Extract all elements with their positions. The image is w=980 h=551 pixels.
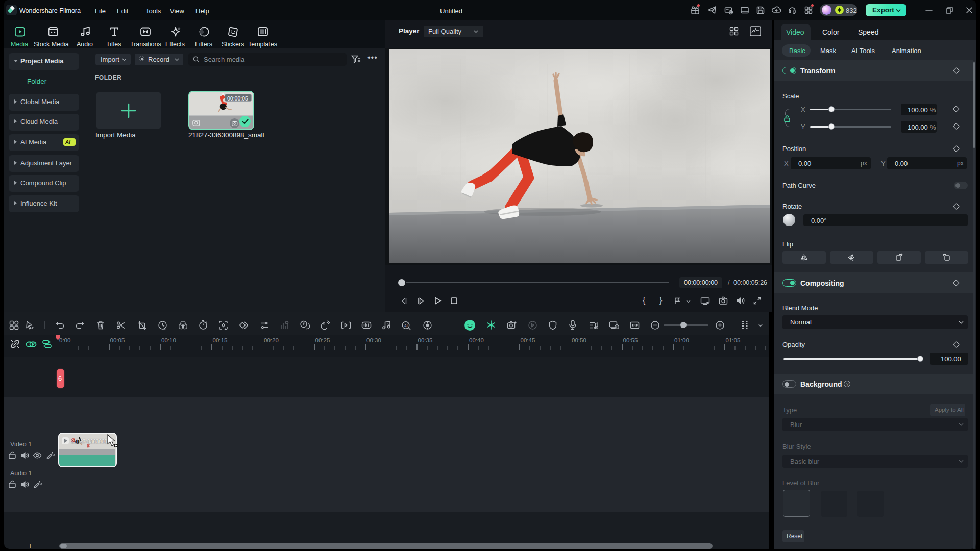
svg-text:AI: AI — [404, 324, 408, 328]
